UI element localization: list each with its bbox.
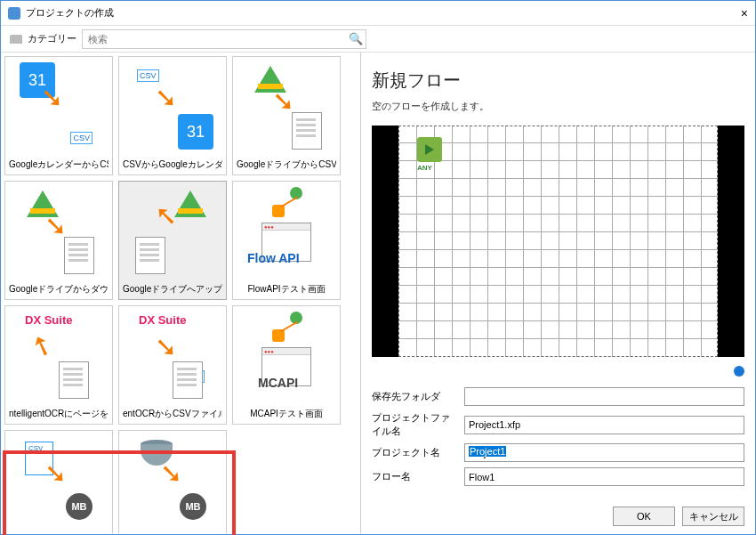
- template-label: GoogleカレンダーからCSVへ: [9, 158, 109, 171]
- template-thumb-icon: ➘: [123, 185, 222, 283]
- slider-handle-icon[interactable]: [734, 366, 744, 377]
- template-item[interactable]: ➘Googleドライブからダウンロード: [4, 181, 113, 300]
- template-thumb-icon: ➘: [9, 185, 109, 283]
- template-thumb-icon: DX Suite➘: [9, 310, 109, 408]
- template-item[interactable]: ➘MBらMotionBoard(リアルタイム連: [118, 430, 227, 533]
- template-label: GoogleドライブからCSVへ: [237, 158, 336, 171]
- category-label: カテゴリー: [28, 32, 76, 45]
- template-label: FlowAPIテスト画面: [237, 283, 336, 296]
- template-label: entOCRからCSVファイルをダウ: [123, 408, 222, 420]
- flow-name-label: フロー名: [372, 470, 457, 483]
- search-input[interactable]: [82, 29, 366, 49]
- zoom-slider[interactable]: [372, 366, 744, 377]
- template-thumb-icon: DX Suite➘CSV: [123, 310, 222, 408]
- template-item[interactable]: DX Suite➘CSVentOCRからCSVファイルをダウ: [118, 305, 227, 425]
- template-item[interactable]: ➘GoogleドライブからCSVへ: [232, 56, 341, 175]
- flow-preview: ANY: [372, 126, 744, 357]
- details-description: 空のフローを作成します。: [372, 100, 744, 113]
- template-label: Googleドライブへアップロード: [123, 283, 222, 296]
- details-title: 新規フロー: [372, 69, 744, 93]
- flow-name-field[interactable]: [464, 467, 744, 486]
- template-scroll-area[interactable]: 31➘CSVGoogleカレンダーからCSVへCSV➘31CSVからGoogle…: [1, 53, 360, 533]
- template-label: Googleドライブからダウンロード: [9, 283, 109, 296]
- template-item[interactable]: CSV➘31CSVからGoogleカレンダーへ: [118, 56, 227, 175]
- template-label: CSVからGoogleカレンダーへ: [123, 158, 222, 171]
- template-label: MCAPIテスト画面: [237, 408, 336, 420]
- template-thumb-icon: ●●●Flow API: [237, 185, 336, 283]
- start-node-label: ANY: [417, 164, 432, 172]
- ok-button[interactable]: OK: [613, 507, 675, 526]
- template-item[interactable]: ➘MBらMotionBoard(リアルタイム連: [4, 430, 113, 533]
- app-icon: [8, 7, 20, 20]
- project-file-field[interactable]: [464, 416, 744, 434]
- template-label: らMotionBoard(リアルタイム連: [9, 532, 109, 533]
- template-item[interactable]: ●●●Flow APIFlowAPIテスト画面: [232, 181, 341, 300]
- template-label: ntelligentOCRにページを追加: [9, 408, 109, 420]
- template-item[interactable]: 31➘CSVGoogleカレンダーからCSVへ: [4, 56, 113, 175]
- template-thumb-icon: ➘MB: [9, 434, 109, 532]
- template-label: らMotionBoard(リアルタイム連: [123, 532, 222, 533]
- project-file-label: プロジェクトファイル名: [372, 411, 457, 438]
- template-thumb-icon: ➘: [237, 61, 336, 158]
- category-icon: [10, 35, 22, 44]
- template-item[interactable]: ➘Googleドライブへアップロード: [118, 181, 227, 300]
- close-icon[interactable]: ×: [741, 6, 748, 20]
- template-item[interactable]: DX Suite➘ntelligentOCRにページを追加: [4, 305, 113, 425]
- window-title: プロジェクトの作成: [26, 6, 741, 20]
- template-thumb-icon: ➘MB: [123, 434, 222, 532]
- project-name-label: プロジェクト名: [372, 446, 457, 459]
- project-name-selection: Project1: [469, 446, 506, 457]
- save-folder-field[interactable]: [464, 387, 744, 406]
- template-item[interactable]: ●●●MCAPIMCAPIテスト画面: [232, 305, 341, 425]
- search-icon[interactable]: 🔍: [349, 32, 363, 45]
- template-thumb-icon: ●●●MCAPI: [237, 310, 336, 408]
- cancel-button[interactable]: キャンセル: [682, 507, 744, 526]
- start-node-icon: [417, 137, 442, 162]
- template-thumb-icon: CSV➘31: [123, 61, 222, 158]
- template-thumb-icon: 31➘CSV: [9, 61, 109, 158]
- save-folder-label: 保存先フォルダ: [372, 390, 457, 403]
